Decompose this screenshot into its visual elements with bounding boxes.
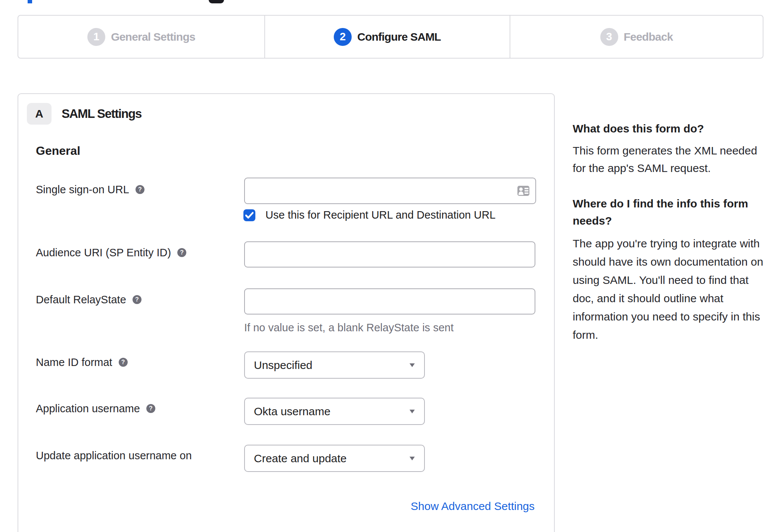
step-general-settings[interactable]: 1 General Settings: [18, 16, 264, 58]
autofill-contact-icon[interactable]: [517, 186, 529, 196]
single-sign-on-url-label: Single sign-on URL ?: [36, 182, 144, 197]
name-id-format-label-text: Name ID format: [36, 355, 112, 369]
application-username-label: Application username ?: [36, 401, 155, 416]
help-glyph: ?: [121, 355, 125, 369]
step-2-label: Configure SAML: [357, 31, 441, 43]
single-sign-on-url-label-text: Single sign-on URL: [36, 182, 129, 197]
sidebar-paragraph-form-purpose: This form generates the XML needed for t…: [573, 142, 757, 177]
step-1-label: General Settings: [111, 31, 195, 43]
default-relaystate-input[interactable]: [244, 288, 535, 314]
step-configure-saml[interactable]: 2 Configure SAML: [264, 16, 510, 58]
section-letter-badge: A: [27, 103, 52, 125]
default-relaystate-helper-text: If no value is set, a blank RelayState i…: [244, 322, 454, 334]
help-glyph: ?: [135, 292, 139, 307]
show-advanced-settings-link[interactable]: Show Advanced Settings: [411, 500, 535, 513]
audience-uri-input[interactable]: [244, 241, 535, 267]
audience-uri-label: Audience URI (SP Entity ID) ?: [36, 245, 186, 260]
help-icon[interactable]: ?: [146, 404, 155, 413]
name-id-format-select[interactable]: Unspecified: [244, 351, 425, 379]
name-id-format-value: Unspecified: [254, 359, 312, 372]
step-1-number-badge: 1: [87, 28, 105, 46]
chevron-down-icon: [410, 363, 415, 367]
recipient-url-checkbox-row: Use this for Recipient URL and Destinati…: [243, 209, 495, 221]
audience-uri-label-text: Audience URI (SP Entity ID): [36, 245, 171, 260]
cropped-blue-glyph-fragment: [28, 0, 32, 3]
update-application-username-on-label: Update application username on: [36, 448, 192, 463]
help-glyph: ?: [180, 245, 184, 260]
step-3-number-badge: 3: [600, 28, 618, 46]
cropped-title-glyph-fragment: [209, 0, 224, 3]
help-glyph: ?: [138, 182, 142, 197]
step-feedback[interactable]: 3 Feedback: [510, 16, 763, 58]
chevron-down-icon: [410, 457, 415, 460]
sidebar-paragraph-find-info: The app you're trying to integrate with …: [573, 234, 763, 344]
section-title: SAML Settings: [62, 103, 141, 125]
checkmark-icon: [245, 212, 253, 219]
help-icon[interactable]: ?: [136, 185, 144, 194]
step-3-label: Feedback: [624, 31, 673, 43]
chevron-down-icon: [410, 410, 415, 413]
help-glyph: ?: [149, 401, 153, 416]
update-application-username-on-label-text: Update application username on: [36, 448, 192, 463]
application-username-value: Okta username: [254, 405, 330, 418]
step-2-number-badge: 2: [334, 28, 352, 46]
sidebar-heading-where-do-i-find-info: Where do I find the info this form needs…: [573, 195, 748, 229]
default-relaystate-label-text: Default RelayState: [36, 292, 126, 307]
sidebar-heading-what-does-this-form-do: What does this form do?: [573, 120, 704, 137]
application-username-select[interactable]: Okta username: [244, 398, 425, 425]
update-application-username-on-value: Create and update: [254, 452, 347, 465]
default-relaystate-label: Default RelayState ?: [36, 292, 141, 307]
single-sign-on-url-input[interactable]: [244, 178, 536, 204]
wizard-stepper: 1 General Settings 2 Configure SAML 3 Fe…: [18, 15, 763, 59]
help-icon[interactable]: ?: [119, 358, 128, 367]
help-icon[interactable]: ?: [177, 248, 186, 257]
saml-settings-card: A SAML Settings General Single sign-on U…: [18, 93, 555, 532]
name-id-format-label: Name ID format ?: [36, 355, 128, 369]
general-group-heading: General: [36, 144, 80, 158]
update-application-username-on-select[interactable]: Create and update: [244, 445, 425, 472]
recipient-url-checkbox-label[interactable]: Use this for Recipient URL and Destinati…: [265, 209, 495, 221]
help-icon[interactable]: ?: [133, 295, 141, 304]
application-username-label-text: Application username: [36, 401, 140, 416]
recipient-url-checkbox[interactable]: [243, 209, 255, 221]
